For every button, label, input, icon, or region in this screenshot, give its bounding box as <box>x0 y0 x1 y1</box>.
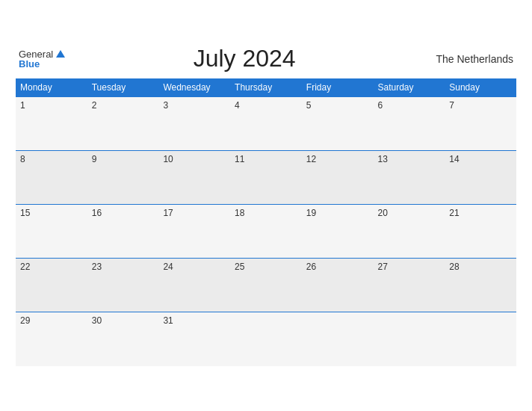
day-number: 24 <box>163 262 173 272</box>
calendar-title: July 2024 <box>65 45 424 72</box>
logo-general-text: General <box>19 49 53 59</box>
calendar-week-2: 891011121314 <box>16 151 516 205</box>
calendar-cell: 12 <box>302 151 374 205</box>
day-number: 21 <box>449 208 459 218</box>
calendar-cell: 16 <box>87 205 159 259</box>
day-number: 9 <box>92 154 97 164</box>
day-number: 27 <box>378 262 388 272</box>
calendar-week-3: 15161718192021 <box>16 205 516 259</box>
calendar-cell: 30 <box>87 312 159 366</box>
calendar-cell <box>302 312 374 366</box>
day-number: 23 <box>92 262 102 272</box>
day-number: 30 <box>92 315 102 326</box>
calendar-cell: 1 <box>16 97 87 151</box>
day-number: 12 <box>306 154 316 164</box>
calendar-cell <box>374 312 445 366</box>
calendar-cell: 2 <box>87 97 159 151</box>
day-number: 6 <box>378 100 383 111</box>
weekday-header-friday: Friday <box>302 78 374 97</box>
calendar-cell: 7 <box>445 97 516 151</box>
calendar-cell: 4 <box>230 97 302 151</box>
calendar-cell: 31 <box>158 312 230 366</box>
weekday-header-row: MondayTuesdayWednesdayThursdayFridaySatu… <box>16 78 516 97</box>
calendar-cell: 24 <box>158 259 230 312</box>
day-number: 8 <box>20 154 25 164</box>
day-number: 19 <box>306 208 316 218</box>
day-number: 5 <box>306 100 312 111</box>
day-number: 15 <box>20 208 30 218</box>
logo: General Blue <box>19 49 65 69</box>
day-number: 20 <box>378 208 388 218</box>
calendar-cell: 15 <box>16 205 87 259</box>
calendar-cell: 20 <box>374 205 445 259</box>
day-number: 10 <box>163 154 173 164</box>
calendar-cell: 17 <box>158 205 230 259</box>
calendar-cell: 29 <box>16 312 87 366</box>
day-number: 22 <box>20 262 30 272</box>
calendar-cell: 28 <box>445 259 516 312</box>
day-number: 26 <box>306 262 316 272</box>
weekday-header-sunday: Sunday <box>445 78 516 97</box>
calendar-cell: 21 <box>445 205 516 259</box>
day-number: 4 <box>235 100 240 111</box>
day-number: 3 <box>163 100 168 111</box>
logo-blue-text: Blue <box>19 59 40 69</box>
day-number: 17 <box>163 208 173 218</box>
day-number: 25 <box>235 262 244 272</box>
day-number: 18 <box>235 208 244 218</box>
calendar-thead: MondayTuesdayWednesdayThursdayFridaySatu… <box>16 78 516 97</box>
day-number: 13 <box>378 154 388 164</box>
day-number: 31 <box>163 315 173 326</box>
calendar-table: MondayTuesdayWednesdayThursdayFridaySatu… <box>16 78 516 366</box>
day-number: 16 <box>92 208 102 218</box>
calendar-cell <box>445 312 516 366</box>
calendar-body: 1234567891011121314151617181920212223242… <box>16 97 516 366</box>
calendar-cell: 6 <box>374 97 445 151</box>
calendar-cell: 11 <box>230 151 302 205</box>
calendar-cell: 9 <box>87 151 159 205</box>
calendar-cell: 22 <box>16 259 87 312</box>
calendar-week-4: 22232425262728 <box>16 259 516 312</box>
day-number: 28 <box>449 262 459 272</box>
calendar-cell: 18 <box>230 205 302 259</box>
weekday-header-monday: Monday <box>16 78 87 97</box>
day-number: 29 <box>20 315 30 326</box>
weekday-header-tuesday: Tuesday <box>87 78 159 97</box>
weekday-header-saturday: Saturday <box>374 78 445 97</box>
calendar-cell: 5 <box>302 97 374 151</box>
day-number: 11 <box>235 154 244 164</box>
calendar-cell: 27 <box>374 259 445 312</box>
day-number: 1 <box>20 100 25 111</box>
calendar-cell: 25 <box>230 259 302 312</box>
day-number: 14 <box>449 154 459 164</box>
calendar-cell <box>230 312 302 366</box>
weekday-header-wednesday: Wednesday <box>158 78 230 97</box>
calendar-cell: 8 <box>16 151 87 205</box>
calendar-week-1: 1234567 <box>16 97 516 151</box>
calendar-cell: 10 <box>158 151 230 205</box>
logo-triangle-icon <box>56 50 65 58</box>
day-number: 2 <box>92 100 97 111</box>
calendar-header: General Blue July 2024 The Netherlands <box>16 45 516 72</box>
calendar-cell: 23 <box>87 259 159 312</box>
day-number: 7 <box>449 100 454 111</box>
calendar-container: General Blue July 2024 The Netherlands M… <box>8 37 524 374</box>
calendar-cell: 26 <box>302 259 374 312</box>
calendar-country: The Netherlands <box>424 53 513 65</box>
calendar-cell: 14 <box>445 151 516 205</box>
calendar-cell: 13 <box>374 151 445 205</box>
weekday-header-thursday: Thursday <box>230 78 302 97</box>
calendar-cell: 3 <box>158 97 230 151</box>
calendar-week-5: 293031 <box>16 312 516 366</box>
calendar-cell: 19 <box>302 205 374 259</box>
